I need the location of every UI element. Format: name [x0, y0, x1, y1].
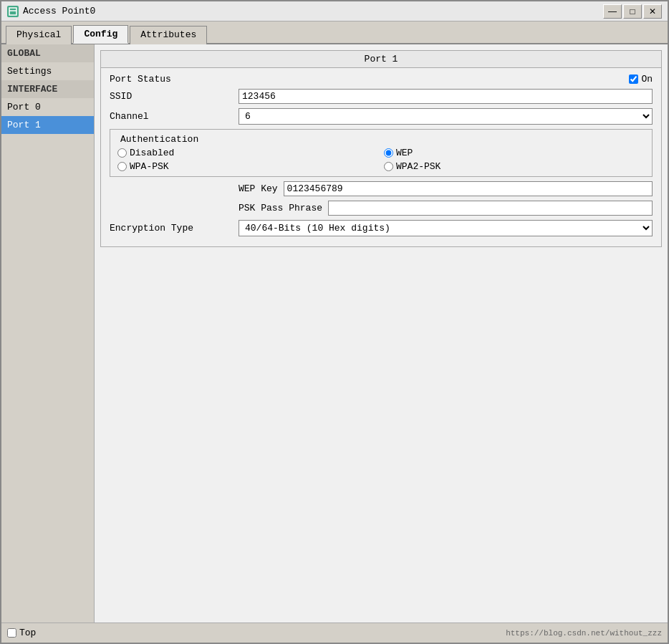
watermark: https://blog.csdn.net/without_zzz — [506, 629, 662, 638]
psk-passphrase-section: PSK Pass Phrase — [239, 201, 653, 216]
window-icon — [7, 6, 19, 17]
sidebar-item-global: GLOBAL — [1, 44, 94, 62]
ssid-label: SSID — [110, 91, 239, 102]
sidebar-item-interface: INTERFACE — [1, 80, 94, 98]
tab-bar: Physical Config Attributes — [1, 21, 668, 44]
tab-attributes[interactable]: Attributes — [130, 26, 207, 44]
radio-disabled-label: Disabled — [130, 148, 174, 158]
ssid-value — [239, 89, 653, 104]
close-button[interactable]: ✕ — [643, 4, 662, 19]
psk-passphrase-input[interactable] — [328, 201, 653, 216]
encryption-type-row: Encryption Type 40/64-Bits (10 Hex digit… — [110, 220, 653, 236]
maximize-button[interactable]: □ — [623, 4, 642, 19]
port-status-checkbox-label: On — [629, 74, 653, 85]
radio-wpa2-psk: WPA2-PSK — [384, 161, 645, 172]
tab-config[interactable]: Config — [73, 25, 128, 44]
window-title: Access Point0 — [23, 6, 599, 16]
main-window: Access Point0 — □ ✕ Physical Config Attr… — [0, 0, 669, 644]
ssid-input[interactable] — [239, 89, 653, 104]
auth-radios: Disabled WEP WPA-PSK — [117, 148, 645, 172]
encryption-type-label: Encryption Type — [110, 223, 239, 234]
main-panel: Port 1 Port Status On — [95, 44, 668, 623]
radio-wpa2-psk-input[interactable] — [384, 162, 393, 171]
radio-wpa-psk-input[interactable] — [117, 162, 127, 171]
radio-disabled: Disabled — [117, 148, 378, 158]
radio-wep: WEP — [384, 148, 645, 158]
sidebar-item-port0[interactable]: Port 0 — [1, 98, 94, 116]
minimize-button[interactable]: — — [603, 4, 622, 19]
port-panel-title: Port 1 — [101, 51, 661, 68]
radio-wpa-psk: WPA-PSK — [117, 161, 378, 172]
wep-key-row: WEP Key — [110, 181, 653, 196]
psk-passphrase-row: PSK Pass Phrase — [110, 201, 653, 216]
channel-row: Channel 1 2 3 4 5 6 7 8 9 — [110, 108, 653, 125]
wep-key-input[interactable] — [284, 181, 653, 196]
wep-key-text-label: WEP Key — [239, 183, 278, 194]
auth-group-title: Authentication — [120, 134, 645, 145]
port-status-checkbox[interactable] — [629, 75, 638, 84]
auth-group: Authentication Disabled WEP — [110, 129, 653, 177]
sidebar-item-settings[interactable]: Settings — [1, 62, 94, 80]
svg-rect-0 — [9, 8, 16, 15]
port-panel-body: Port Status On SSID — [101, 68, 661, 246]
content-area: GLOBAL Settings INTERFACE Port 0 Port 1 … — [1, 44, 668, 623]
radio-wep-label: WEP — [396, 148, 413, 158]
channel-select[interactable]: 1 2 3 4 5 6 7 8 9 10 11 — [239, 108, 653, 125]
tab-physical[interactable]: Physical — [6, 26, 72, 44]
psk-passphrase-label: PSK Pass Phrase — [239, 203, 322, 213]
bottom-bar: Top https://blog.csdn.net/without_zzz — [1, 623, 668, 643]
window-controls: — □ ✕ — [603, 4, 662, 19]
top-checkbox-label: Top — [19, 628, 36, 638]
encryption-type-value: 40/64-Bits (10 Hex digits) 104/128-Bits … — [239, 220, 653, 236]
radio-wpa2-psk-label: WPA2-PSK — [396, 161, 441, 172]
top-checkbox-section: Top — [7, 628, 36, 638]
port-status-row: Port Status On — [110, 74, 653, 85]
radio-disabled-input[interactable] — [117, 148, 127, 158]
radio-wpa-psk-label: WPA-PSK — [130, 161, 169, 172]
ssid-row: SSID — [110, 89, 653, 104]
wep-key-section: WEP Key — [239, 181, 653, 196]
radio-wep-input[interactable] — [384, 148, 393, 158]
title-bar: Access Point0 — □ ✕ — [1, 1, 668, 21]
port-status-label: Port Status — [110, 74, 239, 85]
channel-label: Channel — [110, 111, 239, 122]
encryption-type-select[interactable]: 40/64-Bits (10 Hex digits) 104/128-Bits … — [239, 220, 653, 236]
sidebar-scroll[interactable]: GLOBAL Settings INTERFACE Port 0 Port 1 — [1, 44, 94, 623]
sidebar-item-port1[interactable]: Port 1 — [1, 116, 94, 134]
top-checkbox[interactable] — [7, 628, 16, 638]
sidebar: GLOBAL Settings INTERFACE Port 0 Port 1 — [1, 44, 95, 623]
channel-value: 1 2 3 4 5 6 7 8 9 10 11 — [239, 108, 653, 125]
port-status-value: On — [239, 74, 653, 85]
port-panel: Port 1 Port Status On — [100, 50, 662, 247]
